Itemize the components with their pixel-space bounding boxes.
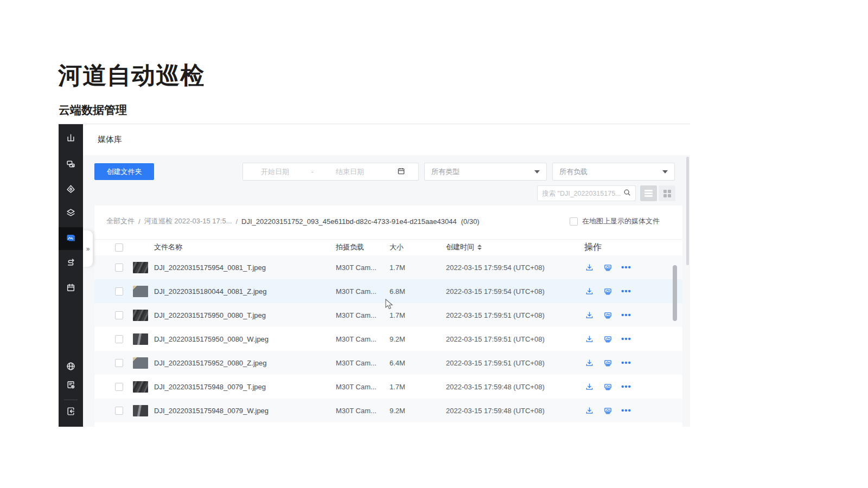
file-thumbnail[interactable] <box>133 286 148 297</box>
table-row[interactable]: DJI_20220315175950_0080_W.jpeg M30T Cam.… <box>94 327 682 351</box>
grid-view-button[interactable] <box>659 185 675 201</box>
media-card-icon[interactable] <box>603 310 612 320</box>
column-header-size: 大小 <box>390 242 446 252</box>
media-card-icon[interactable] <box>603 358 612 368</box>
table-row[interactable]: DJI_20220315175952_0080_Z.jpeg M30T Cam.… <box>94 351 682 375</box>
column-header-created[interactable]: 创建时间 <box>446 242 580 252</box>
row-checkbox[interactable] <box>115 264 123 272</box>
breadcrumb-root[interactable]: 全部文件 <box>106 216 135 226</box>
file-thumbnail[interactable] <box>133 262 148 273</box>
row-checkbox[interactable] <box>115 359 123 367</box>
breadcrumb: 全部文件 / 河道巡检 2022-03-15 17:5... / DJI_202… <box>94 215 682 228</box>
breadcrumb-current: DJI_202203151752_093_45e611bd-d82c-4733-… <box>241 217 457 226</box>
payload-filter-dropdown[interactable]: 所有负载 <box>552 163 675 181</box>
download-icon[interactable] <box>584 310 594 320</box>
sort-icon[interactable] <box>477 245 482 250</box>
file-thumbnail[interactable] <box>133 381 148 393</box>
file-payload: M30T Cam... <box>336 287 390 296</box>
sidebar-item-logs[interactable] <box>59 374 83 397</box>
sidebar-item-layers[interactable] <box>59 202 83 225</box>
file-name: DJI_20220315175948_0079_T.jpeg <box>154 383 336 391</box>
search-icon <box>623 189 631 198</box>
file-name: DJI_20220315175950_0080_W.jpeg <box>154 335 336 343</box>
file-payload: M30T Cam... <box>336 335 390 343</box>
more-icon[interactable]: ••• <box>621 288 631 294</box>
media-card-icon[interactable] <box>603 382 612 391</box>
table-row[interactable]: DJI_20220315180044_0081_Z.jpeg M30T Cam.… <box>94 279 682 303</box>
row-checkbox[interactable] <box>115 407 123 415</box>
app-header: 媒体库 <box>83 124 690 155</box>
more-icon[interactable]: ••• <box>621 312 631 318</box>
select-all-checkbox[interactable] <box>115 243 123 252</box>
more-icon[interactable]: ••• <box>621 336 631 342</box>
more-icon[interactable]: ••• <box>621 408 631 413</box>
download-icon[interactable] <box>584 262 594 272</box>
more-icon[interactable]: ••• <box>621 265 631 270</box>
file-created: 2022-03-15 17:59:54 (UTC+08) <box>446 264 580 272</box>
row-checkbox[interactable] <box>115 287 123 296</box>
sidebar-item-logout[interactable] <box>59 401 83 423</box>
page-scrollbar[interactable] <box>686 157 689 265</box>
marker-icon <box>66 184 75 196</box>
media-card-icon[interactable] <box>603 286 612 296</box>
chevron-down-icon <box>662 170 668 174</box>
search-box[interactable] <box>537 185 636 201</box>
sidebar-item-dashboard[interactable] <box>59 127 83 150</box>
row-checkbox[interactable] <box>115 335 123 343</box>
sidebar-item-route[interactable] <box>59 252 83 275</box>
table-row[interactable]: DJI_20220315175950_0080_T.jpeg M30T Cam.… <box>94 303 682 327</box>
file-name: DJI_20220315175954_0081_T.jpeg <box>154 264 336 272</box>
download-icon[interactable] <box>584 406 594 415</box>
table-row[interactable]: DJI_20220315175948_0079_T.jpeg M30T Cam.… <box>94 375 682 399</box>
file-thumbnail[interactable] <box>133 405 148 416</box>
sidebar-item-marker[interactable] <box>59 178 83 201</box>
media-library-icon <box>66 233 75 245</box>
sidebar-item-media-library[interactable] <box>59 227 83 250</box>
date-range-picker[interactable]: - <box>242 163 419 181</box>
breadcrumb-separator: / <box>235 217 238 226</box>
file-size: 9.2M <box>390 407 446 415</box>
media-card-icon[interactable] <box>603 406 612 415</box>
type-filter-dropdown[interactable]: 所有类型 <box>424 163 547 181</box>
breadcrumb-count: (0/30) <box>461 217 480 226</box>
media-card-icon[interactable] <box>603 334 612 344</box>
end-date-input[interactable] <box>318 168 382 176</box>
table-row[interactable]: DJI_20220315175954_0081_T.jpeg M30T Cam.… <box>94 255 682 279</box>
download-icon[interactable] <box>584 286 594 296</box>
search-input[interactable] <box>542 190 623 197</box>
column-header-payload: 拍摄负载 <box>336 242 390 252</box>
file-name: DJI_20220315175952_0080_Z.jpeg <box>154 359 336 367</box>
more-icon[interactable]: ••• <box>621 384 631 389</box>
route-icon <box>66 258 75 269</box>
table-row[interactable]: DJI_20220315175948_0079_W.jpeg M30T Cam.… <box>94 399 682 422</box>
create-folder-button[interactable]: 创建文件夹 <box>94 163 154 180</box>
row-checkbox[interactable] <box>115 383 123 391</box>
sidebar-expander[interactable]: » <box>83 230 93 267</box>
start-date-input[interactable] <box>243 168 307 176</box>
download-icon[interactable] <box>584 382 594 391</box>
map-display-checkbox[interactable] <box>570 217 578 226</box>
logout-icon <box>66 407 75 418</box>
file-thumbnail[interactable] <box>133 357 148 369</box>
row-checkbox[interactable] <box>115 311 123 319</box>
sidebar-item-calendar[interactable] <box>59 277 83 300</box>
sidebar-item-devices[interactable] <box>59 153 83 176</box>
table-scrollbar[interactable] <box>673 265 677 321</box>
list-view-button[interactable] <box>640 185 657 201</box>
file-thumbnail[interactable] <box>133 310 148 321</box>
file-payload: M30T Cam... <box>336 359 390 367</box>
file-created: 2022-03-15 17:59:54 (UTC+08) <box>446 287 580 296</box>
file-thumbnail[interactable] <box>133 333 148 345</box>
chevron-down-icon <box>534 170 540 174</box>
breadcrumb-folder[interactable]: 河道巡检 2022-03-15 17:5... <box>144 216 232 226</box>
column-header-actions: 操作 <box>580 242 682 253</box>
download-icon[interactable] <box>584 358 594 368</box>
file-payload: M30T Cam... <box>336 383 390 391</box>
file-name: DJI_20220315175948_0079_W.jpeg <box>154 407 336 415</box>
calendar-icon <box>397 167 405 177</box>
download-icon[interactable] <box>584 334 594 344</box>
column-header-name: 文件名称 <box>154 242 336 252</box>
more-icon[interactable]: ••• <box>621 360 631 365</box>
media-card-icon[interactable] <box>603 262 612 272</box>
table-body: DJI_20220315175954_0081_T.jpeg M30T Cam.… <box>94 255 682 422</box>
